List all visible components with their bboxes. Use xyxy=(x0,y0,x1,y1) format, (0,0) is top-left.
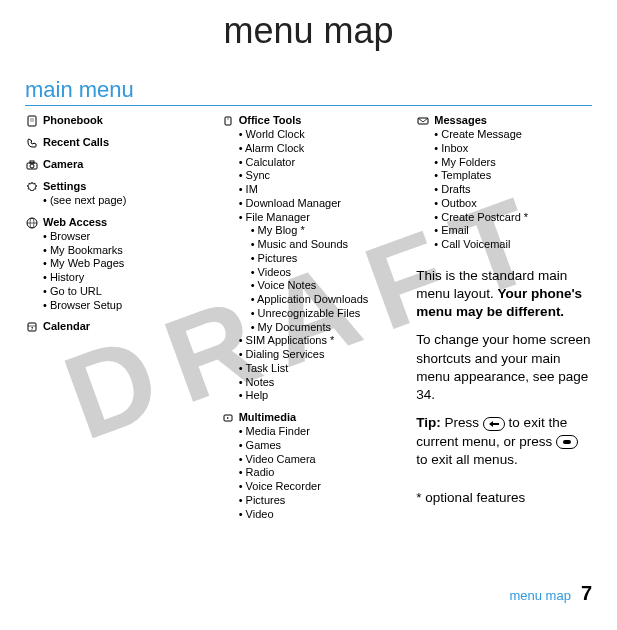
svg-rect-5 xyxy=(30,161,34,163)
list-item: Templates xyxy=(434,169,592,183)
list-item: Email xyxy=(434,224,592,238)
list-item: Games xyxy=(239,439,397,453)
list-item: SIM Applications * xyxy=(239,334,397,348)
svg-text:7: 7 xyxy=(31,326,34,331)
list-item: Notes xyxy=(239,376,397,390)
list-item: Video Camera xyxy=(239,453,397,467)
list-item: World Clock xyxy=(239,128,397,142)
list-item: IM xyxy=(239,183,397,197)
desc-p2: To change your home screen shortcuts and… xyxy=(416,331,592,404)
list-item: My Blog * xyxy=(251,224,397,238)
list-item: Create Message xyxy=(434,128,592,142)
phonebook-label: Phonebook xyxy=(43,114,103,128)
list-item: Pictures xyxy=(239,494,397,508)
office-tools-label: Office Tools xyxy=(239,114,302,128)
list-item: Voice Recorder xyxy=(239,480,397,494)
page-footer: menu map 7 xyxy=(509,582,592,605)
tip-label: Tip: xyxy=(416,415,444,430)
main-menu-heading: main menu xyxy=(25,77,592,106)
column-1: Phonebook Recent Calls Camera xyxy=(25,114,201,529)
home-key-icon xyxy=(556,435,578,449)
svg-marker-15 xyxy=(227,417,229,419)
list-item: Media Finder xyxy=(239,425,397,439)
list-item: My Bookmarks xyxy=(43,244,201,258)
list-item: Call Voicemail xyxy=(434,238,592,252)
list-item: Video xyxy=(239,508,397,522)
office-tools-items: World Clock Alarm Clock Calculator Sync … xyxy=(221,128,397,224)
list-item: Pictures xyxy=(251,252,397,266)
section-office-tools: Office Tools World Clock Alarm Clock Cal… xyxy=(221,114,397,403)
recent-calls-icon xyxy=(25,136,39,150)
optional-note: * optional features xyxy=(416,489,592,507)
camera-label: Camera xyxy=(43,158,83,172)
recent-calls-label: Recent Calls xyxy=(43,136,109,150)
section-multimedia: Multimedia Media Finder Games Video Came… xyxy=(221,411,397,521)
list-item: My Web Pages xyxy=(43,257,201,271)
svg-rect-17 xyxy=(563,440,571,444)
desc-p1: This is the standard main menu layout. Y… xyxy=(416,267,592,322)
footer-page-number: 7 xyxy=(581,582,592,605)
list-item: My Documents xyxy=(251,321,397,335)
calendar-icon: 7 xyxy=(25,320,39,334)
list-item: History xyxy=(43,271,201,285)
camera-icon xyxy=(25,158,39,172)
tip-text-a: Press xyxy=(445,415,483,430)
web-access-icon xyxy=(25,216,39,230)
column-2: Office Tools World Clock Alarm Clock Cal… xyxy=(221,114,397,529)
messages-items: Create Message Inbox My Folders Template… xyxy=(416,128,592,252)
list-item: Dialing Services xyxy=(239,348,397,362)
list-item: Radio xyxy=(239,466,397,480)
web-access-items: Browser My Bookmarks My Web Pages Histor… xyxy=(25,230,201,313)
messages-icon xyxy=(416,114,430,128)
office-tools-icon xyxy=(221,114,235,128)
settings-items: (see next page) xyxy=(25,194,201,208)
phonebook-icon xyxy=(25,114,39,128)
file-manager-items: My Blog * Music and Sounds Pictures Vide… xyxy=(221,224,397,334)
list-item: My Folders xyxy=(434,156,592,170)
back-key-icon xyxy=(483,417,505,431)
list-item: Calculator xyxy=(239,156,397,170)
list-item: Unrecognizable Files xyxy=(251,307,397,321)
settings-icon xyxy=(25,180,39,194)
list-item: Videos xyxy=(251,266,397,280)
list-item: Voice Notes xyxy=(251,279,397,293)
list-item: Browser Setup xyxy=(43,299,201,313)
multimedia-items: Media Finder Games Video Camera Radio Vo… xyxy=(221,425,397,521)
description-block: This is the standard main menu layout. Y… xyxy=(416,267,592,507)
footer-text: menu map xyxy=(509,588,570,603)
office-tools-items-after: SIM Applications * Dialing Services Task… xyxy=(221,334,397,403)
list-item: Application Downloads xyxy=(251,293,397,307)
list-item: Inbox xyxy=(434,142,592,156)
menu-columns: Phonebook Recent Calls Camera xyxy=(25,114,592,529)
web-access-label: Web Access xyxy=(43,216,107,230)
list-item: Outbox xyxy=(434,197,592,211)
messages-label: Messages xyxy=(434,114,487,128)
list-item: Alarm Clock xyxy=(239,142,397,156)
multimedia-label: Multimedia xyxy=(239,411,296,425)
svg-point-4 xyxy=(30,164,34,168)
section-web-access: Web Access Browser My Bookmarks My Web P… xyxy=(25,216,201,313)
page-title: menu map xyxy=(25,10,592,52)
desc-tip: Tip: Press to exit the current menu, or … xyxy=(416,414,592,469)
list-item: Music and Sounds xyxy=(251,238,397,252)
section-messages: Messages Create Message Inbox My Folders… xyxy=(416,114,592,252)
column-3: Messages Create Message Inbox My Folders… xyxy=(416,114,592,529)
list-item: Sync xyxy=(239,169,397,183)
section-settings: Settings (see next page) xyxy=(25,180,201,208)
tip-text-c: to exit all menus. xyxy=(416,452,517,467)
settings-label: Settings xyxy=(43,180,86,194)
section-camera: Camera xyxy=(25,158,201,172)
list-item: Drafts xyxy=(434,183,592,197)
list-item: Browser xyxy=(43,230,201,244)
multimedia-icon xyxy=(221,411,235,425)
svg-rect-12 xyxy=(225,117,231,125)
section-recent-calls: Recent Calls xyxy=(25,136,201,150)
list-item: Task List xyxy=(239,362,397,376)
section-phonebook: Phonebook xyxy=(25,114,201,128)
list-item: (see next page) xyxy=(43,194,201,208)
list-item: Help xyxy=(239,389,397,403)
list-item: File Manager xyxy=(239,211,397,225)
list-item: Create Postcard * xyxy=(434,211,592,225)
calendar-label: Calendar xyxy=(43,320,90,334)
section-calendar: 7 Calendar xyxy=(25,320,201,334)
